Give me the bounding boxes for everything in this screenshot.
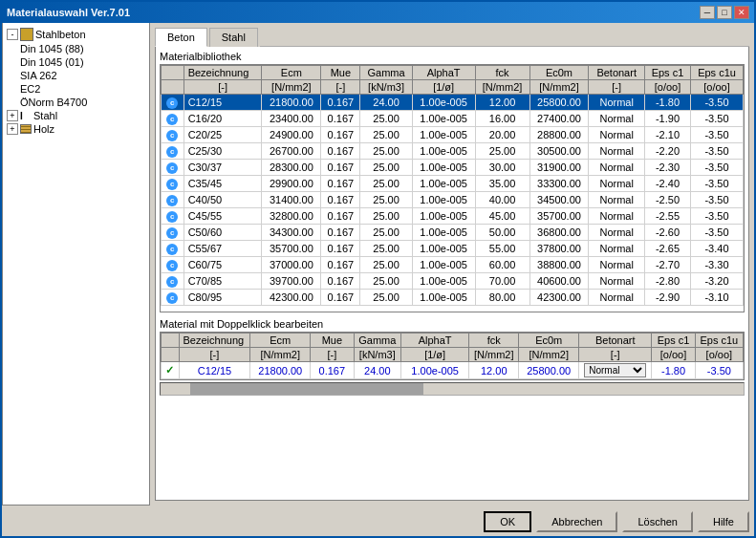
table-row[interactable]: c C80/95 42300.00 0.167 25.00 1.00e-005 … xyxy=(162,290,744,306)
library-table-container[interactable]: Bezeichnung Ecm Mue Gamma AlphaT fck Ec0… xyxy=(160,64,745,312)
expand-stahl[interactable]: + xyxy=(7,110,18,121)
table-row[interactable]: c C45/55 32800.00 0.167 25.00 1.00e-005 … xyxy=(162,208,744,225)
table-row[interactable]: c C50/60 34300.00 0.167 25.00 1.00e-005 … xyxy=(162,225,744,241)
row-betonart: Normal xyxy=(589,290,645,306)
row-gamma: 25.00 xyxy=(360,127,412,143)
table-row[interactable]: c C16/20 23400.00 0.167 25.00 1.00e-005 … xyxy=(162,111,744,127)
col-bezeichnung-unit: [-] xyxy=(184,80,262,95)
minimize-button[interactable]: ─ xyxy=(700,6,715,19)
row-c-icon: c xyxy=(166,227,178,239)
row-epsc1u: -3.50 xyxy=(691,95,744,111)
expand-stahlbeton[interactable]: - xyxy=(7,29,18,40)
edit-input-gamma[interactable] xyxy=(360,365,394,377)
delete-button[interactable]: Löschen xyxy=(622,511,693,532)
table-row[interactable]: c C30/37 28300.00 0.167 25.00 1.00e-005 … xyxy=(162,160,744,176)
row-epsc1u: -3.10 xyxy=(691,290,744,306)
row-epsc1: -2.40 xyxy=(644,176,690,192)
col-alphat-unit: [1/ø] xyxy=(412,80,475,95)
col-ec0m-header: Ec0m xyxy=(529,66,589,80)
edit-input-epsc1u[interactable] xyxy=(702,365,736,377)
edit-col-epsc1u-unit: [o/oo] xyxy=(695,348,743,362)
row-ecm: 26700.00 xyxy=(262,143,321,160)
col-ec0m-unit: [N/mm2] xyxy=(529,80,589,95)
edit-input-epsc1[interactable] xyxy=(657,365,690,377)
row-betonart: Normal xyxy=(589,273,645,290)
row-c-icon: c xyxy=(166,244,178,255)
col-fck-unit: [N/mm2] xyxy=(475,80,529,95)
sidebar-item-onorm[interactable]: ÖNorm B4700 xyxy=(20,96,145,109)
edit-col-alphat-unit: [1/ø] xyxy=(401,348,469,362)
edit-cell-fck xyxy=(469,362,519,379)
edit-input-bezeichnung[interactable] xyxy=(188,365,241,377)
edit-input-mue[interactable] xyxy=(315,365,349,377)
table-row[interactable]: c C35/45 29900.00 0.167 25.00 1.00e-005 … xyxy=(162,176,744,192)
row-c-icon: c xyxy=(166,130,178,141)
edit-input-alphat[interactable] xyxy=(406,365,464,377)
row-fck: 16.00 xyxy=(475,111,529,127)
row-fck: 25.00 xyxy=(475,143,529,160)
table-row[interactable]: c C40/50 31400.00 0.167 25.00 1.00e-005 … xyxy=(162,192,744,208)
close-button[interactable]: ✕ xyxy=(734,6,749,19)
table-row[interactable]: c C55/67 35700.00 0.167 25.00 1.00e-005 … xyxy=(162,241,744,257)
tab-stahl[interactable]: Stahl xyxy=(209,28,258,47)
row-ecm: 42300.00 xyxy=(262,290,321,306)
row-mue: 0.167 xyxy=(321,143,360,160)
table-row[interactable]: c C20/25 24900.00 0.167 25.00 1.00e-005 … xyxy=(162,127,744,143)
row-bezeichnung: C60/75 xyxy=(184,257,262,273)
col-epsc1u-unit: [o/oo] xyxy=(691,80,744,95)
edit-col-ecm-unit: [N/mm2] xyxy=(250,348,311,362)
sidebar-item-din1045-88[interactable]: Din 1045 (88) xyxy=(20,42,145,55)
row-c-icon: c xyxy=(166,292,178,304)
sidebar-item-stahl[interactable]: + I Stahl xyxy=(7,109,145,122)
sidebar-item-stahlbeton[interactable]: - Stahlbeton xyxy=(7,27,145,42)
library-label: Materialbibliothek xyxy=(160,51,745,62)
row-ecm: 34300.00 xyxy=(262,225,321,241)
sidebar-item-holz[interactable]: + Holz xyxy=(7,122,145,136)
edit-input-fck[interactable] xyxy=(477,365,510,377)
row-gamma: 25.00 xyxy=(360,257,412,273)
help-button[interactable]: Hilfe xyxy=(698,511,749,532)
tab-beton[interactable]: Beton xyxy=(155,28,207,47)
cancel-button[interactable]: Abbrechen xyxy=(536,511,617,532)
row-betonart: Normal xyxy=(589,143,645,160)
row-bezeichnung: C50/60 xyxy=(184,225,262,241)
row-epsc1: -2.50 xyxy=(644,192,690,208)
title-bar-buttons: ─ □ ✕ xyxy=(700,6,749,19)
edit-col-betonart-header: Betonart xyxy=(579,334,652,348)
sidebar-item-din1045-01[interactable]: Din 1045 (01) xyxy=(20,55,145,69)
table-row[interactable]: c C12/15 21800.00 0.167 24.00 1.00e-005 … xyxy=(162,95,744,111)
library-table: Bezeichnung Ecm Mue Gamma AlphaT fck Ec0… xyxy=(161,65,744,306)
row-ecm: 23400.00 xyxy=(262,111,321,127)
table-row[interactable]: c C25/30 26700.00 0.167 25.00 1.00e-005 … xyxy=(162,143,744,160)
edit-input-ec0m[interactable] xyxy=(524,365,573,377)
table-row[interactable]: c C70/85 39700.00 0.167 25.00 1.00e-005 … xyxy=(162,273,744,290)
row-c-icon: c xyxy=(166,97,178,109)
row-ecm: 31400.00 xyxy=(262,192,321,208)
ok-button[interactable]: OK xyxy=(484,511,531,532)
maximize-button[interactable]: □ xyxy=(717,6,732,19)
row-icon-cell: c xyxy=(162,273,184,290)
row-icon-cell: c xyxy=(162,225,184,241)
table-row[interactable]: c C60/75 37000.00 0.167 25.00 1.00e-005 … xyxy=(162,257,744,273)
col-epsc1-unit: [o/oo] xyxy=(644,80,690,95)
row-mue: 0.167 xyxy=(321,192,360,208)
expand-holz[interactable]: + xyxy=(7,123,18,135)
row-mue: 0.167 xyxy=(321,127,360,143)
row-alphat: 1.00e-005 xyxy=(412,111,475,127)
horizontal-scrollbar[interactable] xyxy=(160,382,745,396)
row-epsc1: -1.90 xyxy=(644,111,690,127)
row-epsc1: -2.10 xyxy=(644,127,690,143)
row-mue: 0.167 xyxy=(321,160,360,176)
sidebar-item-ec2[interactable]: EC2 xyxy=(20,82,145,96)
row-ecm: 24900.00 xyxy=(262,127,321,143)
edit-col-fck-header: fck xyxy=(469,334,519,348)
row-gamma: 25.00 xyxy=(360,241,412,257)
row-betonart: Normal xyxy=(589,208,645,225)
row-fck: 70.00 xyxy=(475,273,529,290)
sidebar-item-sia262[interactable]: SIA 262 xyxy=(20,69,145,82)
stahlbeton-label: Stahlbeton xyxy=(35,29,86,40)
edit-input-ecm[interactable] xyxy=(255,365,305,377)
row-c-icon: c xyxy=(166,114,178,125)
edit-select-betonart[interactable]: Normal Leicht Schwer xyxy=(584,363,646,377)
row-icon-cell: c xyxy=(162,95,184,111)
